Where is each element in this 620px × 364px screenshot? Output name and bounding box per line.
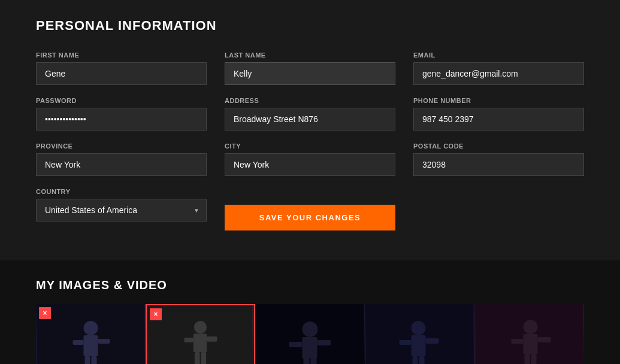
province-label: PROVINCE <box>36 142 207 150</box>
save-button[interactable]: SAVE YOUR CHANGES <box>225 205 395 230</box>
password-input[interactable] <box>36 108 207 131</box>
save-group: SAVE YOUR CHANGES <box>225 188 395 230</box>
svg-rect-19 <box>304 359 310 364</box>
phone-group: PHONE NUMBER <box>413 97 584 131</box>
city-group: CITY <box>225 142 395 176</box>
postal-group: POSTAL CODE <box>413 142 584 176</box>
svg-rect-24 <box>400 340 412 345</box>
media-thumbnail <box>365 304 474 364</box>
password-group: PASSWORD <box>36 97 207 131</box>
media-section-title: MY IMAGES & VIDEO <box>36 278 584 292</box>
svg-rect-10 <box>185 338 193 342</box>
first-name-group: FIRST NAME <box>36 51 207 85</box>
country-select[interactable]: United States of America Canada United K… <box>36 199 207 222</box>
media-item <box>365 304 474 364</box>
first-name-input[interactable] <box>36 62 207 85</box>
svg-rect-5 <box>85 356 90 364</box>
address-label: ADDRESS <box>225 97 395 104</box>
phone-label: PHONE NUMBER <box>413 97 584 104</box>
svg-rect-34 <box>531 354 537 364</box>
phone-input[interactable] <box>413 108 584 131</box>
svg-rect-2 <box>84 335 98 356</box>
svg-rect-9 <box>193 333 207 352</box>
media-item: × <box>36 304 146 364</box>
province-group: PROVINCE <box>36 142 207 176</box>
svg-rect-4 <box>98 339 110 344</box>
svg-point-29 <box>524 320 538 334</box>
media-item <box>474 304 584 364</box>
form-grid: FIRST NAME LAST NAME EMAIL PASSWORD ADDR… <box>36 51 584 230</box>
country-select-wrapper: United States of America Canada United K… <box>36 199 207 222</box>
postal-input[interactable] <box>413 153 584 176</box>
address-input[interactable] <box>225 108 395 131</box>
svg-rect-11 <box>207 336 217 342</box>
first-name-label: FIRST NAME <box>36 51 207 59</box>
svg-rect-17 <box>289 342 303 347</box>
email-group: EMAIL <box>413 51 584 85</box>
svg-rect-31 <box>512 339 524 344</box>
media-thumbnail <box>36 304 146 364</box>
svg-rect-16 <box>303 337 317 359</box>
password-label: PASSWORD <box>36 97 207 104</box>
media-grid: × × <box>36 304 584 364</box>
address-group: ADDRESS <box>225 97 395 131</box>
media-section: MY IMAGES & VIDEO × × <box>0 260 620 364</box>
media-thumbnail <box>147 305 254 364</box>
postal-label: POSTAL CODE <box>413 142 584 150</box>
svg-rect-6 <box>92 356 97 364</box>
last-name-group: LAST NAME <box>225 51 395 85</box>
svg-rect-3 <box>73 340 84 345</box>
country-label: COUNTRY <box>36 188 207 195</box>
svg-point-1 <box>84 321 98 335</box>
personal-info-section: PERSONAL INFORMATION FIRST NAME LAST NAM… <box>0 0 620 260</box>
last-name-input[interactable] <box>225 62 395 85</box>
svg-rect-13 <box>201 352 206 364</box>
svg-rect-26 <box>413 356 418 364</box>
svg-rect-12 <box>195 352 200 364</box>
svg-rect-18 <box>317 340 331 345</box>
email-label: EMAIL <box>413 51 584 59</box>
svg-rect-32 <box>538 337 551 342</box>
svg-rect-27 <box>419 356 425 364</box>
last-name-label: LAST NAME <box>225 51 395 59</box>
svg-rect-20 <box>311 359 317 364</box>
svg-rect-23 <box>412 335 426 356</box>
svg-rect-30 <box>524 334 538 354</box>
city-label: CITY <box>225 142 395 150</box>
media-delete-button[interactable]: × <box>39 307 51 319</box>
media-item <box>255 304 365 364</box>
svg-rect-25 <box>426 338 439 344</box>
province-input[interactable] <box>36 153 207 176</box>
section-title: PERSONAL INFORMATION <box>36 18 584 34</box>
media-item: × <box>146 304 255 364</box>
svg-rect-33 <box>525 354 530 364</box>
email-input[interactable] <box>413 62 584 85</box>
media-thumbnail <box>474 304 584 364</box>
media-thumbnail <box>255 304 365 364</box>
svg-point-8 <box>194 321 207 333</box>
svg-point-22 <box>412 321 426 335</box>
city-input[interactable] <box>225 153 395 176</box>
country-group: COUNTRY United States of America Canada … <box>36 188 207 230</box>
svg-point-15 <box>303 321 318 337</box>
media-delete-button[interactable]: × <box>150 308 162 320</box>
